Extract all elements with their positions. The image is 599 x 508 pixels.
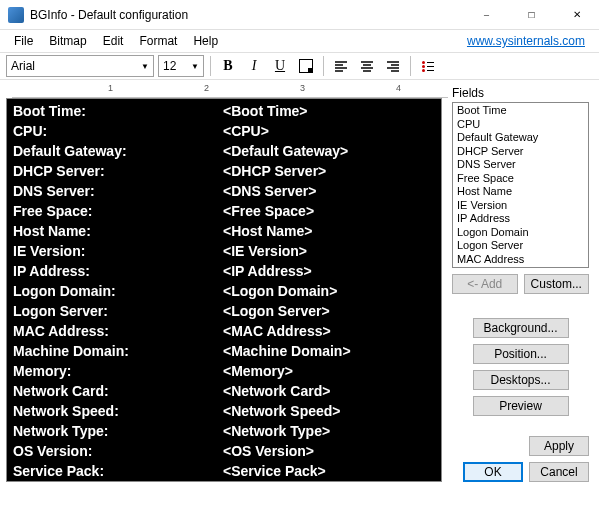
align-right-button[interactable] bbox=[382, 55, 404, 77]
editor-row: DHCP Server:<DHCP Server> bbox=[13, 161, 435, 181]
editor-row: IP Address:<IP Address> bbox=[13, 261, 435, 281]
field-value: <DHCP Server> bbox=[223, 161, 326, 181]
close-button[interactable]: ✕ bbox=[554, 0, 599, 29]
field-value: <IP Address> bbox=[223, 261, 312, 281]
separator bbox=[410, 56, 411, 76]
field-label: Network Card: bbox=[13, 381, 223, 401]
menu-format[interactable]: Format bbox=[131, 32, 185, 50]
menu-file[interactable]: File bbox=[6, 32, 41, 50]
fields-list-item[interactable]: Boot Time bbox=[454, 104, 587, 118]
bullets-icon bbox=[422, 60, 434, 72]
apply-button[interactable]: Apply bbox=[529, 436, 589, 456]
font-family-combo[interactable]: Arial ▼ bbox=[6, 55, 154, 77]
menu-bitmap[interactable]: Bitmap bbox=[41, 32, 94, 50]
field-label: DHCP Server: bbox=[13, 161, 223, 181]
field-value: <Logon Server> bbox=[223, 301, 330, 321]
editor-row: Machine Domain:<Machine Domain> bbox=[13, 341, 435, 361]
sysinternals-link[interactable]: www.sysinternals.com bbox=[467, 34, 593, 48]
ruler-mark: 2 bbox=[204, 83, 209, 93]
fields-list-item[interactable]: Logon Domain bbox=[454, 226, 587, 240]
field-label: OS Version: bbox=[13, 441, 223, 461]
app-icon bbox=[8, 7, 24, 23]
field-value: <Free Space> bbox=[223, 201, 314, 221]
ok-button[interactable]: OK bbox=[463, 462, 523, 482]
field-value: <Network Type> bbox=[223, 421, 330, 441]
editor-row: DNS Server:<DNS Server> bbox=[13, 181, 435, 201]
font-size-combo[interactable]: 12 ▼ bbox=[158, 55, 204, 77]
field-label: Machine Domain: bbox=[13, 341, 223, 361]
field-label: Memory: bbox=[13, 361, 223, 381]
field-value: <Service Pack> bbox=[223, 461, 326, 481]
preview-button[interactable]: Preview bbox=[473, 396, 569, 416]
align-center-button[interactable] bbox=[356, 55, 378, 77]
ruler-mark: 1 bbox=[108, 83, 113, 93]
field-value: <Boot Time> bbox=[223, 101, 308, 121]
ruler-mark: 3 bbox=[300, 83, 305, 93]
fields-list-item[interactable]: MAC Address bbox=[454, 253, 587, 267]
minimize-button[interactable]: – bbox=[464, 0, 509, 29]
field-label: Logon Domain: bbox=[13, 281, 223, 301]
position-button[interactable]: Position... bbox=[473, 344, 569, 364]
fields-list-item[interactable]: Host Name bbox=[454, 185, 587, 199]
fields-list-item[interactable]: Default Gateway bbox=[454, 131, 587, 145]
field-value: <IE Version> bbox=[223, 241, 307, 261]
field-value: <OS Version> bbox=[223, 441, 314, 461]
color-swatch-icon bbox=[299, 59, 313, 73]
chevron-down-icon: ▼ bbox=[191, 62, 199, 71]
fields-listbox[interactable]: Boot TimeCPUDefault GatewayDHCP ServerDN… bbox=[452, 102, 589, 268]
background-button[interactable]: Background... bbox=[473, 318, 569, 338]
ruler[interactable]: 1 2 3 4 bbox=[12, 80, 448, 98]
maximize-button[interactable]: □ bbox=[509, 0, 554, 29]
bold-button[interactable]: B bbox=[217, 55, 239, 77]
editor-row: Network Speed:<Network Speed> bbox=[13, 401, 435, 421]
editor-row: OS Version:<OS Version> bbox=[13, 441, 435, 461]
align-center-icon bbox=[361, 60, 373, 72]
bullets-button[interactable] bbox=[417, 55, 439, 77]
add-button[interactable]: <- Add bbox=[452, 274, 518, 294]
fields-list-item[interactable]: DNS Server bbox=[454, 158, 587, 172]
field-value: <Network Card> bbox=[223, 381, 330, 401]
menu-edit[interactable]: Edit bbox=[95, 32, 132, 50]
format-toolbar: Arial ▼ 12 ▼ B I U bbox=[0, 52, 599, 80]
editor-row: Default Gateway:<Default Gateway> bbox=[13, 141, 435, 161]
editor-row: IE Version:<IE Version> bbox=[13, 241, 435, 261]
align-left-icon bbox=[335, 60, 347, 72]
menu-help[interactable]: Help bbox=[185, 32, 226, 50]
editor-row: Logon Domain:<Logon Domain> bbox=[13, 281, 435, 301]
color-button[interactable] bbox=[295, 55, 317, 77]
underline-button[interactable]: U bbox=[269, 55, 291, 77]
fields-list-item[interactable]: IP Address bbox=[454, 212, 587, 226]
editor-row: CPU:<CPU> bbox=[13, 121, 435, 141]
separator bbox=[210, 56, 211, 76]
fields-list-item[interactable]: CPU bbox=[454, 118, 587, 132]
fields-list-item[interactable]: Free Space bbox=[454, 172, 587, 186]
fields-list-item[interactable]: IE Version bbox=[454, 199, 587, 213]
desktops-button[interactable]: Desktops... bbox=[473, 370, 569, 390]
field-label: Snapshot Time: bbox=[13, 481, 223, 482]
field-value: <Host Name> bbox=[223, 221, 312, 241]
align-right-icon bbox=[387, 60, 399, 72]
fields-list-item[interactable]: DHCP Server bbox=[454, 145, 587, 159]
editor-row: Network Card:<Network Card> bbox=[13, 381, 435, 401]
field-value: <Snapshot Time> bbox=[223, 481, 339, 482]
cancel-button[interactable]: Cancel bbox=[529, 462, 589, 482]
editor-row: Boot Time:<Boot Time> bbox=[13, 101, 435, 121]
field-label: IP Address: bbox=[13, 261, 223, 281]
editor-row: MAC Address:<MAC Address> bbox=[13, 321, 435, 341]
field-label: DNS Server: bbox=[13, 181, 223, 201]
custom-button[interactable]: Custom... bbox=[524, 274, 590, 294]
field-label: Network Speed: bbox=[13, 401, 223, 421]
fields-list-item[interactable]: Logon Server bbox=[454, 239, 587, 253]
window-title: BGInfo - Default configuration bbox=[30, 8, 464, 22]
editor-area[interactable]: Boot Time:<Boot Time>CPU:<CPU>Default Ga… bbox=[6, 98, 442, 482]
editor-row: Snapshot Time:<Snapshot Time> bbox=[13, 481, 435, 482]
italic-button[interactable]: I bbox=[243, 55, 265, 77]
font-family-value: Arial bbox=[11, 59, 35, 73]
chevron-down-icon: ▼ bbox=[141, 62, 149, 71]
field-label: Network Type: bbox=[13, 421, 223, 441]
editor-row: Host Name:<Host Name> bbox=[13, 221, 435, 241]
editor-row: Memory:<Memory> bbox=[13, 361, 435, 381]
menubar: File Bitmap Edit Format Help www.sysinte… bbox=[0, 30, 599, 52]
field-label: Boot Time: bbox=[13, 101, 223, 121]
align-left-button[interactable] bbox=[330, 55, 352, 77]
